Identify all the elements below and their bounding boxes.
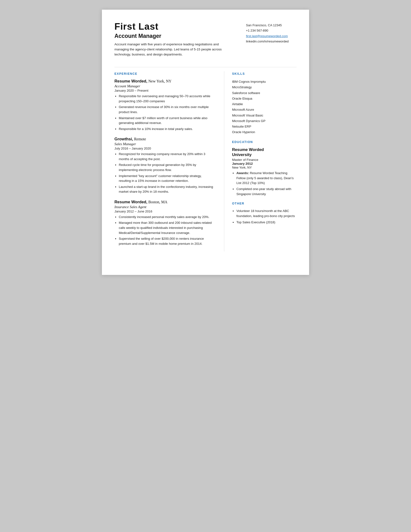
job-dates-1: January 2020 – Present — [114, 89, 214, 92]
right-column: SKILLS IBM Cognos Impromptu MicroStrateg… — [224, 71, 297, 252]
skills-section: SKILLS IBM Cognos Impromptu MicroStrateg… — [232, 72, 297, 135]
job-role-3: Insurance Sales Agent — [114, 205, 214, 209]
job-company-name-3: Resume Worded, — [114, 200, 147, 204]
job-role-2: Sales Manager — [114, 142, 214, 146]
awards-label: Awards: — [236, 171, 249, 175]
job-company-3: Resume Worded, Boston, MA — [114, 200, 214, 205]
skill-item: Oracle Eloqua — [232, 96, 297, 101]
bullet-item: Reduced cycle time for proposal generati… — [119, 162, 214, 172]
header-left: First Last Account Manager Account manag… — [114, 21, 246, 57]
bullet-item: Implemented "key account" customer relat… — [119, 174, 214, 183]
edu-degree-1: Master of Finance — [232, 158, 297, 162]
bullet-item: Maintained over $7 million worth of curr… — [119, 116, 214, 126]
job-block-2: Growthsi, Remote Sales Manager July 2016… — [114, 137, 214, 194]
job-bullets-1: Responsible for overseeing and managing … — [114, 94, 214, 132]
header-section: First Last Account Manager Account manag… — [114, 21, 297, 57]
edu-block-1: Resume WordedUniversity Master of Financ… — [232, 147, 297, 197]
job-bullets-3: Consistently increased personal monthly … — [114, 215, 214, 246]
contact-address: San Francisco, CA 12345 — [246, 23, 297, 28]
contact-linkedin: linkedin.com/in/resumeworded — [246, 39, 297, 44]
edu-bullets-1: Awards: Resume Worded Teaching Fellow (o… — [232, 171, 297, 197]
header-right: San Francisco, CA 12345 +1 234 567-890 f… — [246, 21, 297, 44]
skills-heading: SKILLS — [232, 72, 297, 76]
contact-phone: +1 234 567-890 — [246, 28, 297, 33]
bullet-item: Completed one-year study abroad with Sin… — [236, 187, 297, 197]
two-col-layout: EXPERIENCE Resume Worded, New York, NY A… — [114, 71, 297, 252]
skill-item: MicroStrategy — [232, 85, 297, 90]
job-company-name-1: Resume Worded, — [114, 79, 147, 84]
other-list: Volunteer 18 hours/month at the ABC foun… — [232, 209, 297, 225]
bullet-item: Launched a start-up brand in the confect… — [119, 184, 214, 194]
job-block-1: Resume Worded, New York, NY Account Mana… — [114, 79, 214, 132]
experience-heading: EXPERIENCE — [114, 72, 214, 76]
other-item: Volunteer 18 hours/month at the ABC foun… — [236, 209, 297, 218]
job-company-1: Resume Worded, New York, NY — [114, 79, 214, 84]
bullet-item: Responsible for a 10% increase in total … — [119, 127, 214, 132]
job-company-2: Growthsi, Remote — [114, 137, 214, 142]
bullet-item: Managed more than 300 outbound and 200 i… — [119, 220, 214, 235]
bullet-item: Supervised the selling of over $200,000 … — [119, 236, 214, 246]
skill-item: Airtable — [232, 101, 297, 107]
resume-page: First Last Account Manager Account manag… — [102, 10, 309, 275]
candidate-title: Account Manager — [114, 33, 236, 39]
skill-item: Microsoft Visual Basic — [232, 113, 297, 118]
candidate-summary: Account manager with five years of exper… — [114, 42, 230, 57]
job-company-location-3: Boston, MA — [148, 200, 167, 204]
bullet-item: Generated revenue increase of 30% in six… — [119, 105, 214, 114]
edu-date-1: January 2012 — [232, 162, 297, 165]
skill-item: Salesforce software — [232, 90, 297, 96]
job-dates-2: July 2016 – January 2020 — [114, 147, 214, 150]
education-heading: EDUCATION — [232, 140, 297, 144]
other-heading: OTHER — [232, 202, 297, 205]
header-divider — [114, 67, 297, 67]
skill-item: Netsuite ERP — [232, 124, 297, 129]
skills-list: IBM Cognos Impromptu MicroStrategy Sales… — [232, 79, 297, 135]
candidate-name: First Last — [114, 21, 236, 32]
bullet-item: Responsible for overseeing and managing … — [119, 94, 214, 104]
other-item: Top Sales Executive (2018) — [236, 220, 297, 225]
skill-item: IBM Cognos Impromptu — [232, 79, 297, 85]
skill-item: Oracle Hyperion — [232, 129, 297, 135]
other-section: OTHER Volunteer 18 hours/month at the AB… — [232, 202, 297, 225]
job-block-3: Resume Worded, Boston, MA Insurance Sale… — [114, 200, 214, 246]
job-role-1: Account Manager — [114, 84, 214, 88]
job-company-name-2: Growthsi, — [114, 137, 133, 141]
job-dates-3: January 2012 – June 2016 — [114, 209, 214, 213]
skill-item: Microsoft Azure — [232, 107, 297, 112]
left-column: EXPERIENCE Resume Worded, New York, NY A… — [114, 71, 224, 252]
job-company-location-1: New York, NY — [148, 79, 172, 83]
job-bullets-2: Recognized for increasing company revenu… — [114, 152, 214, 194]
edu-school-1: Resume WordedUniversity — [232, 147, 297, 158]
contact-email[interactable]: first.last@resumeworded.com — [246, 34, 288, 38]
bullet-item: Awards: Resume Worded Teaching Fellow (o… — [236, 171, 297, 186]
education-section: EDUCATION Resume WordedUniversity Master… — [232, 140, 297, 197]
skill-item: Microsoft Dynamics GP — [232, 118, 297, 124]
job-company-location-2: Remote — [134, 137, 146, 141]
bullet-item: Consistently increased personal monthly … — [119, 215, 214, 220]
bullet-item: Recognized for increasing company revenu… — [119, 152, 214, 162]
edu-location-1: New York, NY — [232, 166, 297, 169]
